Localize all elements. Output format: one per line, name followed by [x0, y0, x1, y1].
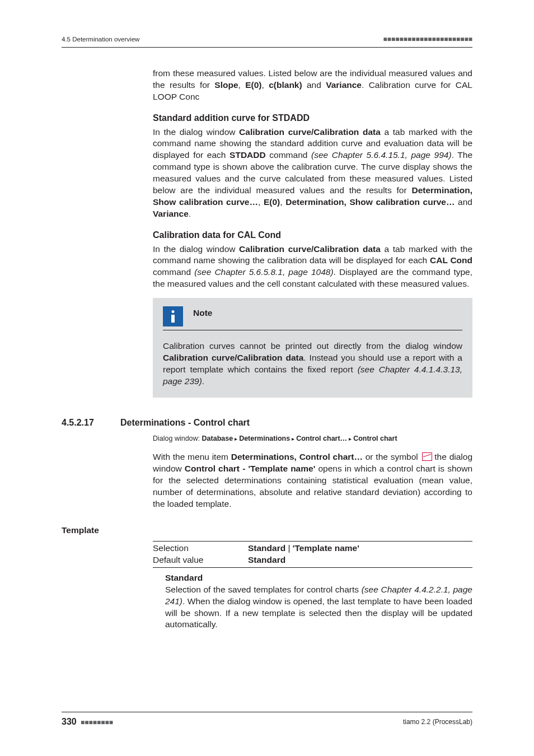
sub-body-standard: Selection of the saved templates for con… — [165, 584, 472, 631]
calcond-paragraph: In the dialog window Calibration curve/C… — [153, 244, 472, 291]
template-label: Template — [62, 525, 472, 536]
param-val-default: Standard — [248, 554, 285, 566]
table-row: Selection Standard | 'Template name' — [153, 543, 472, 554]
header-dots: ■■■■■■■■■■■■■■■■■■■■■■ — [383, 35, 472, 44]
param-key-selection: Selection — [153, 543, 248, 554]
intro-paragraph: from these measured values. Listed below… — [153, 68, 472, 103]
dialog-path: Dialog window: Database▸Determinations▸C… — [153, 434, 472, 444]
standard-sub-block: Standard Selection of the saved template… — [165, 572, 472, 631]
section-title: Determinations - Control chart — [120, 417, 250, 429]
note-label: Note — [193, 307, 212, 319]
param-key-default: Default value — [153, 554, 248, 566]
header-section: 4.5 Determination overview — [62, 35, 139, 44]
control-chart-paragraph: With the menu item Determinations, Contr… — [153, 451, 472, 510]
page-footer: 330 ■■■■■■■■ tiamo 2.2 (ProcessLab) — [62, 712, 472, 728]
heading-stdadd: Standard addition curve for STDADD — [153, 112, 472, 124]
control-chart-icon — [422, 452, 432, 461]
sub-title-standard: Standard — [165, 572, 472, 584]
param-table: Selection Standard | 'Template name' Def… — [153, 541, 472, 568]
footer-product: tiamo 2.2 (ProcessLab) — [403, 717, 472, 726]
param-val-selection: Standard | 'Template name' — [248, 543, 359, 554]
page-number: 330 — [62, 717, 77, 726]
heading-calcond: Calibration data for CAL Cond — [153, 229, 472, 241]
footer-dots: ■■■■■■■■ — [81, 718, 113, 726]
section-number: 4.5.2.17 — [62, 417, 106, 429]
info-icon — [163, 306, 183, 326]
page-header: 4.5 Determination overview ■■■■■■■■■■■■■… — [62, 35, 472, 48]
stdadd-paragraph: In the dialog window Calibration curve/C… — [153, 127, 472, 220]
table-row: Default value Standard — [153, 554, 472, 566]
note-body: Calibration curves cannot be printed out… — [163, 340, 462, 388]
note-box: Note Calibration curves cannot be printe… — [153, 298, 472, 398]
section-heading: 4.5.2.17 Determinations - Control chart — [62, 417, 472, 429]
